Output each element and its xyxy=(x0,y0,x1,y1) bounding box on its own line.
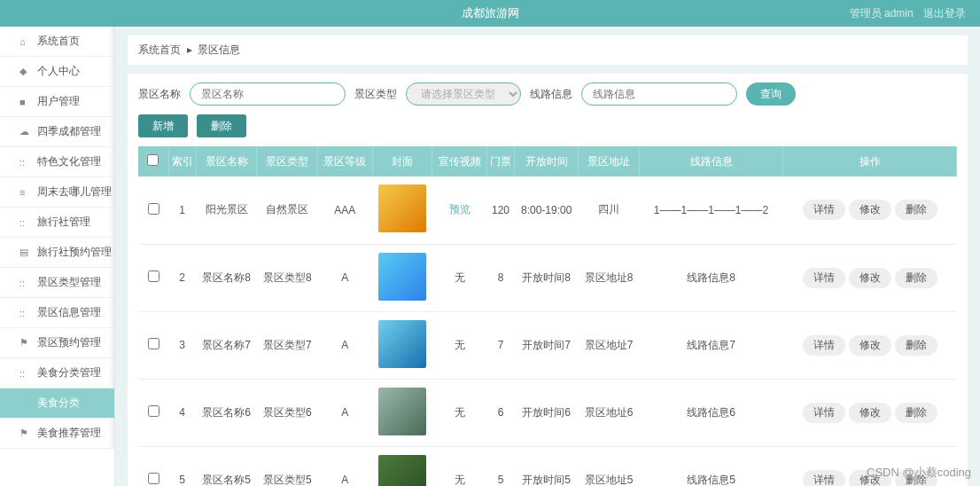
col-6: 宣传视频 xyxy=(432,146,486,176)
user-role: 管理员 admin xyxy=(850,7,914,20)
breadcrumb-home[interactable]: 系统首页 xyxy=(138,43,181,56)
cell-level: A xyxy=(318,311,372,379)
search-bar: 景区名称 景区类型 请选择景区类型 线路信息 查询 xyxy=(138,82,957,106)
sidebar-item-11[interactable]: ::美食分类管理 xyxy=(0,358,114,388)
cell-name: 景区名称7 xyxy=(196,311,257,379)
col-1: 索引 xyxy=(168,146,196,176)
cell-addr: 四川 xyxy=(579,176,640,244)
sidebar-item-12[interactable]: 美食分类 xyxy=(0,388,114,419)
cell-time: 开放时间7 xyxy=(515,311,579,379)
breadcrumb-current: 景区信息 xyxy=(198,43,240,56)
sidebar-item-label: 景区预约管理 xyxy=(37,335,101,350)
col-2: 景区名称 xyxy=(196,146,257,176)
content-panel: 景区名称 景区类型 请选择景区类型 线路信息 查询 新增 删除 索引景区名称景区… xyxy=(128,74,968,486)
col-4: 景区等级 xyxy=(318,146,372,176)
cell-time: 开放时间6 xyxy=(515,379,579,446)
cell-video: 无 xyxy=(432,244,486,311)
table-row: 5景区名称5景区类型5A无5开放时间5景区地址5线路信息5详情修改删除 xyxy=(138,446,957,486)
row-checkbox[interactable] xyxy=(148,203,159,215)
add-button[interactable]: 新增 xyxy=(138,114,188,137)
cell-name: 景区名称8 xyxy=(196,244,257,311)
cell-video[interactable]: 预览 xyxy=(432,176,486,244)
sidebar-item-4[interactable]: ::特色文化管理 xyxy=(0,147,114,177)
sidebar-icon: ☁ xyxy=(19,126,32,137)
sidebar-item-0[interactable]: ⌂系统首页 xyxy=(0,27,114,57)
edit-button[interactable]: 修改 xyxy=(849,200,891,220)
sidebar-item-5[interactable]: ≡周末去哪儿管理 xyxy=(0,177,114,208)
sidebar-item-label: 四季成都管理 xyxy=(37,124,101,139)
sidebar-icon: :: xyxy=(19,308,32,318)
thumbnail xyxy=(378,388,426,435)
cell-type: 景区类型7 xyxy=(257,311,318,379)
cell-name: 景区名称5 xyxy=(196,446,257,486)
cell-idx: 2 xyxy=(168,244,196,311)
cell-idx: 3 xyxy=(168,311,196,379)
row-delete-button[interactable]: 删除 xyxy=(895,200,937,220)
cell-route: 线路信息8 xyxy=(639,244,782,311)
sidebar-item-2[interactable]: ■用户管理 xyxy=(0,87,114,117)
search-route-input[interactable] xyxy=(581,82,737,106)
sidebar-icon: :: xyxy=(19,278,32,288)
detail-button[interactable]: 详情 xyxy=(803,335,845,356)
row-delete-button[interactable]: 删除 xyxy=(895,403,937,423)
detail-button[interactable]: 详情 xyxy=(803,268,845,288)
logout-link[interactable]: 退出登录 xyxy=(923,7,966,20)
select-all-checkbox[interactable] xyxy=(147,154,159,166)
cell-time: 开放时间8 xyxy=(515,244,579,311)
cell-level: A xyxy=(318,379,372,446)
row-checkbox[interactable] xyxy=(148,405,159,417)
cell-price: 120 xyxy=(486,176,514,244)
sidebar-icon: ◆ xyxy=(19,66,32,77)
sidebar: ⌂系统首页◆个人中心■用户管理☁四季成都管理::特色文化管理≡周末去哪儿管理::… xyxy=(0,27,115,486)
cell-price: 6 xyxy=(486,379,514,446)
sidebar-icon: :: xyxy=(19,368,32,379)
cell-level: AAA xyxy=(318,176,372,244)
search-name-label: 景区名称 xyxy=(138,87,181,102)
detail-button[interactable]: 详情 xyxy=(803,200,845,220)
sidebar-item-label: 旅行社管理 xyxy=(37,215,90,230)
row-delete-button[interactable]: 删除 xyxy=(895,268,937,288)
cell-addr: 景区地址5 xyxy=(579,446,640,486)
sidebar-icon: ▤ xyxy=(19,247,32,258)
search-type-select[interactable]: 请选择景区类型 xyxy=(406,82,521,106)
sidebar-item-10[interactable]: ⚑景区预约管理 xyxy=(0,328,114,358)
cell-ops: 详情修改删除 xyxy=(783,379,957,446)
cell-time: 8:00-19:00 xyxy=(515,176,579,244)
row-checkbox[interactable] xyxy=(148,270,159,282)
query-button[interactable]: 查询 xyxy=(746,82,796,106)
sidebar-item-13[interactable]: ⚑美食推荐管理 xyxy=(0,419,114,449)
row-checkbox[interactable] xyxy=(148,338,159,349)
sidebar-icon: ■ xyxy=(19,97,32,107)
cell-idx: 1 xyxy=(168,176,196,244)
sidebar-item-1[interactable]: ◆个人中心 xyxy=(0,57,114,87)
cell-idx: 4 xyxy=(168,379,196,446)
cell-level: A xyxy=(318,446,372,486)
sidebar-item-6[interactable]: ::旅行社管理 xyxy=(0,208,114,238)
table-row: 2景区名称8景区类型8A无8开放时间8景区地址8线路信息8详情修改删除 xyxy=(138,244,957,311)
sidebar-item-7[interactable]: ▤旅行社预约管理 xyxy=(0,238,114,268)
edit-button[interactable]: 修改 xyxy=(849,403,891,423)
data-table: 索引景区名称景区类型景区等级封面宣传视频门票开放时间景区地址线路信息操作 1阳光… xyxy=(138,146,957,486)
cell-idx: 5 xyxy=(168,446,196,486)
sidebar-item-label: 用户管理 xyxy=(37,94,80,109)
watermark: CSDN @小蔡coding xyxy=(867,465,971,481)
cell-video: 无 xyxy=(432,446,486,486)
detail-button[interactable]: 详情 xyxy=(803,470,845,487)
edit-button[interactable]: 修改 xyxy=(849,268,891,288)
sidebar-item-8[interactable]: ::景区类型管理 xyxy=(0,268,114,298)
table-header-row: 索引景区名称景区类型景区等级封面宣传视频门票开放时间景区地址线路信息操作 xyxy=(138,146,957,176)
row-delete-button[interactable]: 删除 xyxy=(895,335,937,356)
delete-button[interactable]: 删除 xyxy=(197,114,246,137)
sidebar-item-3[interactable]: ☁四季成都管理 xyxy=(0,117,114,147)
edit-button[interactable]: 修改 xyxy=(849,335,891,356)
detail-button[interactable]: 详情 xyxy=(803,403,845,423)
cell-addr: 景区地址7 xyxy=(579,311,640,379)
sidebar-item-9[interactable]: ::景区信息管理 xyxy=(0,298,114,328)
cell-ops: 详情修改删除 xyxy=(783,311,957,379)
row-checkbox[interactable] xyxy=(148,473,159,484)
table-row: 3景区名称7景区类型7A无7开放时间7景区地址7线路信息7详情修改删除 xyxy=(138,311,957,379)
sidebar-item-label: 美食分类 xyxy=(37,396,80,411)
sidebar-icon: ⚑ xyxy=(19,337,32,349)
search-name-input[interactable] xyxy=(190,82,346,106)
cell-type: 景区类型6 xyxy=(257,379,318,446)
